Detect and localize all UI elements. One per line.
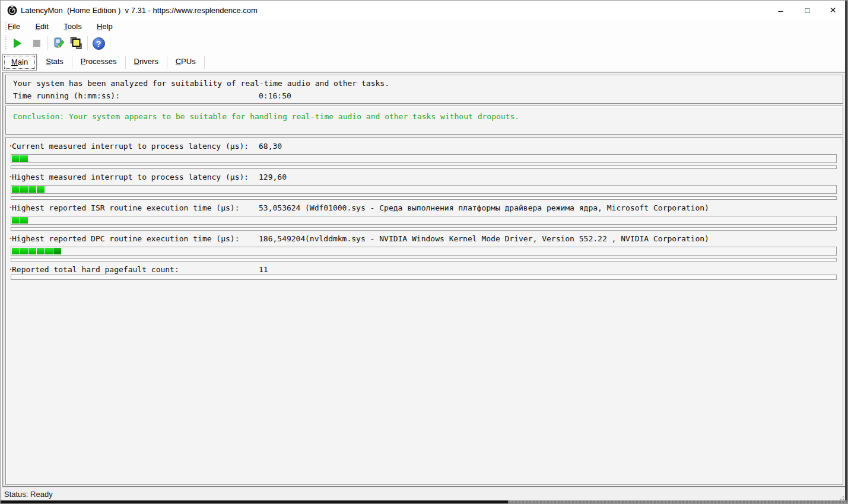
latency-bar [11, 154, 837, 163]
latency-segment [20, 155, 28, 162]
latency-segment [53, 248, 61, 254]
latencymon-window: LatencyMon (Home Edition ) v 7.31 - http… [0, 0, 848, 504]
latency-segment [37, 186, 45, 193]
analysis-text: Your system has been analyzed for suitab… [13, 79, 389, 88]
toolbar-separator [87, 36, 88, 50]
latency-segment [28, 186, 36, 193]
tools-icon [52, 36, 66, 50]
desktop-edge [1, 500, 847, 504]
tab-bar: MainStatsProcessesDriversCPUs [1, 53, 847, 72]
toolbar-gripper [5, 22, 7, 32]
window-right-border [845, 1, 847, 500]
close-button[interactable]: ✕ [820, 1, 846, 20]
measurement-row-current-latency: · Current measured interrupt to process … [6, 141, 843, 172]
measurement-row-pagefaults: · Reported total hard pagefault count: 1… [6, 264, 843, 295]
latency-bar [11, 185, 837, 194]
measurement-label: Highest reported DPC routine execution t… [12, 234, 240, 243]
menu-help[interactable]: Help [91, 20, 118, 34]
measurement-driver-info: (Wdf01000.sys - Среда выполнения платфор… [305, 203, 709, 212]
tab-drivers[interactable]: Drivers [126, 54, 167, 69]
latency-segment [45, 248, 53, 254]
menu-edit[interactable]: Edit [30, 20, 53, 34]
title-bar: LatencyMon (Home Edition ) v 7.31 - http… [1, 1, 847, 20]
time-running-label: Time running (h:mm:ss): [13, 91, 120, 100]
latency-bar-secondary [11, 165, 837, 169]
stop-icon [33, 40, 40, 47]
measurement-row-highest-latency: · Highest measured interrupt to process … [6, 172, 843, 203]
latency-bar-secondary [11, 275, 837, 280]
latency-segment [37, 248, 45, 254]
taskbar-texture-strip [508, 500, 847, 504]
main-panel: Your system has been analyzed for suitab… [2, 72, 847, 487]
help-icon: ? [93, 37, 105, 50]
status-text: Status: Ready [4, 490, 53, 499]
measurement-driver-info: (nvlddmkm.sys - NVIDIA Windows Kernel Mo… [305, 234, 709, 243]
measurement-value: 53,053624 [259, 203, 300, 212]
latency-segment [20, 186, 28, 193]
analysis-panel: Your system has been analyzed for suitab… [5, 75, 843, 104]
copy-icon [69, 36, 83, 50]
conclusion-text: Conclusion: Your system appears to be su… [13, 112, 519, 121]
toolbar: ? [1, 34, 847, 53]
latency-bar [11, 247, 837, 256]
status-bar: Status: Ready [1, 487, 847, 501]
latency-bar-secondary [11, 227, 837, 231]
latency-segment [12, 217, 20, 224]
time-running-value: 0:16:50 [259, 91, 291, 100]
latency-segment [12, 186, 20, 193]
toolbar-separator [110, 36, 110, 50]
measurement-value: 68,30 [259, 142, 282, 151]
latency-bar [11, 216, 837, 225]
tab-main[interactable]: Main [2, 54, 37, 71]
edit-options-button[interactable] [51, 36, 66, 51]
maximize-button[interactable]: □ [794, 1, 821, 20]
measurement-label: Current measured interrupt to process la… [12, 142, 249, 151]
stop-monitor-button[interactable] [29, 36, 45, 51]
measurement-row-dpc-time: · Highest reported DPC routine execution… [6, 234, 843, 264]
menu-bar: File Edit Tools Help [1, 20, 847, 34]
measurements-panel: · Current measured interrupt to process … [5, 137, 843, 485]
play-icon [14, 39, 21, 48]
measurement-value: 11 [259, 265, 268, 274]
latency-bar-secondary [11, 196, 837, 200]
window-title: LatencyMon (Home Edition ) v 7.31 - http… [21, 6, 258, 15]
conclusion-panel: Conclusion: Your system appears to be su… [5, 106, 843, 135]
toolbar-gripper [5, 36, 7, 51]
measurement-label: Highest measured interrupt to process la… [12, 173, 249, 181]
measurement-row-isr-time: · Highest reported ISR routine execution… [6, 203, 843, 234]
tab-cpus[interactable]: CPUs [167, 54, 204, 69]
measurement-value: 186,549204 [259, 234, 305, 243]
start-monitor-button[interactable] [9, 36, 25, 51]
latency-segment [20, 217, 28, 224]
latency-segment [12, 248, 20, 254]
desktop-dark-strip [1, 500, 508, 504]
measurement-value: 129,60 [259, 173, 287, 181]
tab-separator [204, 56, 205, 69]
latency-segment [28, 248, 36, 254]
latency-bar-secondary [11, 258, 837, 261]
measurement-label: Highest reported ISR routine execution t… [12, 203, 240, 212]
measurement-label: Reported total hard pagefault count: [12, 265, 179, 274]
tab-stats[interactable]: Stats [37, 54, 72, 69]
latency-segment [20, 248, 28, 254]
app-icon [7, 5, 17, 15]
toolbar-separator [47, 36, 48, 50]
help-button[interactable]: ? [91, 36, 106, 51]
minimize-button[interactable]: – [767, 1, 794, 20]
tab-processes[interactable]: Processes [72, 54, 125, 69]
copy-report-button[interactable] [68, 36, 84, 51]
latency-segment [12, 155, 20, 162]
menu-tools[interactable]: Tools [58, 20, 87, 34]
